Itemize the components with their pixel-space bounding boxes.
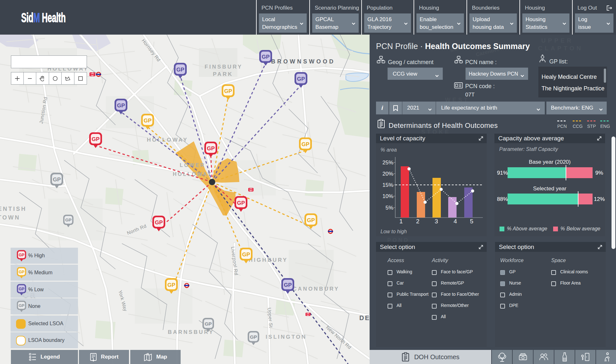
svg-text:GP: GP bbox=[176, 67, 184, 73]
svg-text:GP: GP bbox=[155, 219, 163, 226]
svg-text:GP: GP bbox=[307, 217, 315, 223]
svg-text:25%: 25% bbox=[382, 160, 393, 166]
svg-text:GP: GP bbox=[207, 145, 215, 152]
svg-text:GP: GP bbox=[205, 321, 212, 327]
svg-text:GP: GP bbox=[167, 282, 175, 288]
svg-text:GP: GP bbox=[19, 270, 24, 274]
svg-text:4: 4 bbox=[454, 218, 457, 225]
svg-text:DE: DE bbox=[359, 314, 370, 321]
svg-text:GP: GP bbox=[19, 303, 24, 308]
svg-text:GP: GP bbox=[284, 282, 292, 288]
svg-text:GP: GP bbox=[297, 76, 305, 82]
svg-text:15%: 15% bbox=[382, 182, 393, 188]
svg-text:TOWN: TOWN bbox=[0, 214, 20, 221]
svg-text:3: 3 bbox=[435, 218, 438, 225]
svg-text:20%: 20% bbox=[382, 171, 393, 177]
svg-text:GP: GP bbox=[53, 177, 61, 183]
svg-text:GP: GP bbox=[302, 141, 310, 147]
svg-text:HOLLOWAY: HOLLOWAY bbox=[147, 137, 188, 143]
svg-text:5%: 5% bbox=[385, 205, 393, 211]
svg-text:GP: GP bbox=[224, 88, 232, 94]
svg-text:GP: GP bbox=[250, 334, 257, 340]
svg-text:CANONBURY: CANONBURY bbox=[293, 286, 339, 292]
svg-text:ENTISH: ENTISH bbox=[0, 206, 27, 212]
svg-text:GP: GP bbox=[19, 253, 24, 257]
svg-text:FINSBURY: FINSBURY bbox=[205, 64, 243, 70]
svg-text:HOLLOWAY: HOLLOWAY bbox=[173, 171, 212, 177]
svg-text:HIGHBURY: HIGHBURY bbox=[249, 257, 288, 263]
svg-text:GP: GP bbox=[92, 136, 100, 142]
svg-text:ISLINGTON: ISLINGTON bbox=[266, 334, 307, 340]
svg-text:GP: GP bbox=[117, 103, 125, 109]
svg-text:BROWNSWOOD: BROWNSWOOD bbox=[271, 58, 335, 65]
svg-text:GP: GP bbox=[65, 218, 72, 222]
svg-text:1: 1 bbox=[399, 218, 403, 225]
svg-text:PARK: PARK bbox=[213, 71, 233, 77]
svg-text:GP: GP bbox=[242, 252, 250, 258]
svg-text:2: 2 bbox=[416, 218, 420, 225]
svg-text:GP: GP bbox=[19, 287, 24, 291]
svg-text:GP: GP bbox=[262, 54, 270, 60]
svg-text:5: 5 bbox=[470, 218, 474, 225]
svg-text:GP: GP bbox=[237, 200, 245, 206]
svg-text:GP: GP bbox=[144, 118, 152, 124]
svg-text:LOWER: LOWER bbox=[180, 162, 205, 168]
svg-text:10%: 10% bbox=[382, 193, 393, 199]
